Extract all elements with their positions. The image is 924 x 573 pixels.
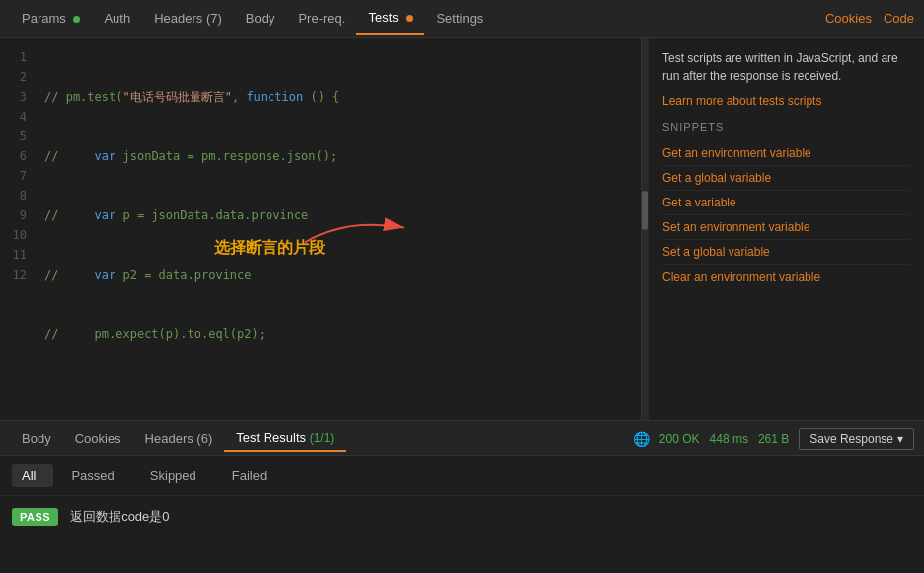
top-right-links: Cookies Code <box>825 11 914 26</box>
tab-headers-label: Headers (7) <box>154 11 222 26</box>
response-size: 261 B <box>758 432 789 446</box>
save-response-label: Save Response <box>809 432 893 446</box>
filter-all[interactable]: All <box>12 464 53 487</box>
params-dot <box>73 16 80 23</box>
top-tab-bar: Params Auth Headers (7) Body Pre-req. Te… <box>0 0 924 38</box>
code-content[interactable]: // pm.test("电话号码批量断言", function () { // … <box>35 38 641 420</box>
filter-failed[interactable]: Failed <box>214 464 284 487</box>
tests-dot <box>406 15 413 22</box>
tab-bottom-test-results[interactable]: Test Results (1/1) <box>224 424 346 452</box>
tab-bottom-headers[interactable]: Headers (6) <box>133 425 225 451</box>
tab-tests-label: Tests <box>368 10 398 25</box>
editor-scrollbar-thumb <box>642 191 648 230</box>
tab-auth[interactable]: Auth <box>92 3 142 34</box>
tab-bottom-body[interactable]: Body <box>10 425 63 451</box>
tab-bottom-cookies-label: Cookies <box>75 431 121 446</box>
tab-params-label: Params <box>22 11 66 26</box>
tab-bottom-headers-label: Headers (6) <box>145 431 213 446</box>
tab-headers[interactable]: Headers (7) <box>142 3 234 34</box>
code-link[interactable]: Code <box>884 11 914 26</box>
tab-tests[interactable]: Tests <box>356 2 424 35</box>
line-numbers: 1 2 3 4 5 6 7 8 9 10 11 12 <box>0 38 35 420</box>
save-response-button[interactable]: Save Response ▾ <box>799 428 914 450</box>
snippet-set-env-var[interactable]: Set an environment variable <box>662 215 910 240</box>
code-lines-container: 1 2 3 4 5 6 7 8 9 10 11 12 // pm.test("电… <box>0 38 641 420</box>
filter-passed[interactable]: Passed <box>53 464 131 487</box>
snippet-get-global-var[interactable]: Get a global variable <box>662 166 910 191</box>
globe-icon: 🌐 <box>633 431 650 447</box>
tab-body-label: Body <box>246 11 275 26</box>
bottom-tab-bar: Body Cookies Headers (6) Test Results (1… <box>0 421 924 456</box>
test-results-count: (1/1) <box>310 431 335 445</box>
right-panel-description: Test scripts are written in JavaScript, … <box>662 49 910 85</box>
test-result-name: 返回数据code是0 <box>70 508 169 526</box>
right-panel: Test scripts are written in JavaScript, … <box>648 38 924 420</box>
tab-prereq-label: Pre-req. <box>298 11 345 26</box>
tab-bottom-cookies[interactable]: Cookies <box>63 425 133 451</box>
code-editor[interactable]: 1 2 3 4 5 6 7 8 9 10 11 12 // pm.test("电… <box>0 38 642 420</box>
snippet-get-env-var[interactable]: Get an environment variable <box>662 141 910 166</box>
status-code: 200 OK <box>659 432 700 446</box>
filter-skipped[interactable]: Skipped <box>132 464 214 487</box>
table-row: PASS 返回数据code是0 <box>12 504 912 530</box>
bottom-panel: Body Cookies Headers (6) Test Results (1… <box>0 420 924 573</box>
snippet-set-global-var[interactable]: Set a global variable <box>662 240 910 265</box>
snippet-get-var[interactable]: Get a variable <box>662 191 910 215</box>
tab-params[interactable]: Params <box>10 3 92 34</box>
tab-body[interactable]: Body <box>234 3 287 34</box>
snippets-label: SNIPPETS <box>662 122 910 133</box>
learn-more-link[interactable]: Learn more about tests scripts <box>662 94 821 108</box>
main-area: 1 2 3 4 5 6 7 8 9 10 11 12 // pm.test("电… <box>0 38 924 420</box>
response-time: 448 ms <box>710 432 748 446</box>
editor-scrollbar[interactable] <box>642 38 648 420</box>
tab-settings-label: Settings <box>436 11 483 26</box>
cookies-link[interactable]: Cookies <box>825 11 872 26</box>
bottom-status-bar: 🌐 200 OK 448 ms 261 B Save Response ▾ <box>633 428 914 450</box>
test-results-area: PASS 返回数据code是0 <box>0 496 924 537</box>
tab-prereq[interactable]: Pre-req. <box>286 3 356 34</box>
tab-auth-label: Auth <box>104 11 130 26</box>
tab-bottom-test-results-label: Test Results <box>236 430 309 445</box>
tab-bottom-body-label: Body <box>22 431 51 446</box>
pass-badge: PASS <box>12 508 58 526</box>
tab-settings[interactable]: Settings <box>424 3 495 34</box>
save-response-chevron-icon: ▾ <box>897 432 903 446</box>
snippet-clear-env-var[interactable]: Clear an environment variable <box>662 265 910 288</box>
filter-tabs: All Passed Skipped Failed <box>0 456 924 496</box>
